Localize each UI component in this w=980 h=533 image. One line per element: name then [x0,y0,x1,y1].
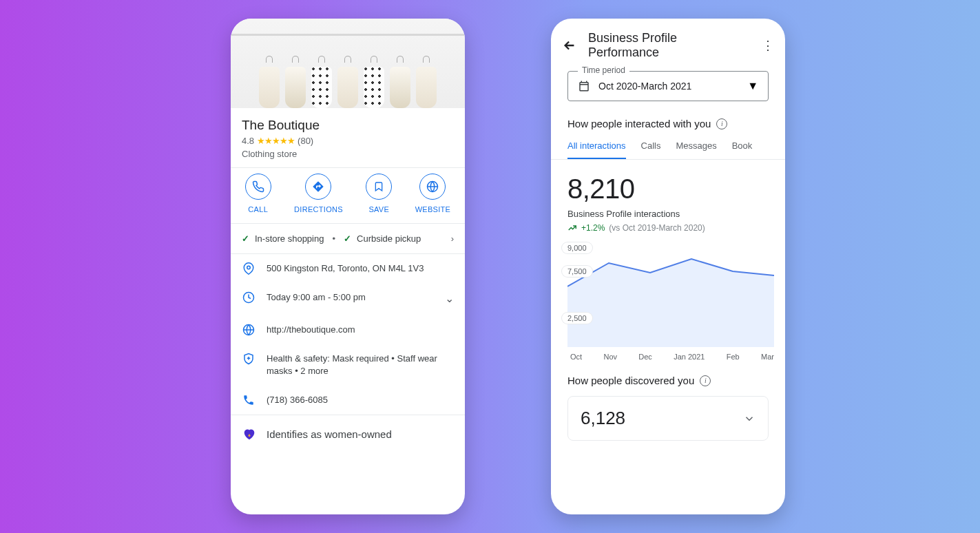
tab-calls[interactable]: Calls [641,140,661,159]
xtick: Feb [727,353,740,361]
chevron-right-icon: › [451,233,454,244]
address-row[interactable]: 500 Kingston Rd, Toronto, ON M4L 1V3 [231,254,465,283]
xtick: Oct [570,353,582,361]
directions-button[interactable]: DIRECTIONS [294,174,343,213]
time-period-select[interactable]: Time period Oct 2020-March 2021 ▼ [567,71,769,101]
tab-all-interactions[interactable]: All interactions [567,140,626,159]
call-label: CALL [248,205,268,213]
chart-svg [567,244,774,347]
website-row[interactable]: http://theboutique.com [231,315,465,344]
separator: • [332,233,335,244]
call-button[interactable]: CALL [245,174,271,213]
metric-label: Business Profile interactions [567,209,769,219]
directions-label: DIRECTIONS [294,205,343,213]
women-owned-text: Identifies as women-owned [267,428,392,440]
time-period-wrap: Time period Oct 2020-March 2021 ▼ [551,68,785,112]
phone-row[interactable]: (718) 366-6085 [231,386,465,415]
ytick-2500: 2,500 [562,313,592,324]
hours-text: Today 9:00 am - 5:00 pm [267,291,434,306]
website-label: WEBSITE [415,205,451,213]
heart-icon [242,426,257,441]
interaction-tabs: All interactions Calls Messages Book [551,140,785,160]
pin-icon [242,262,256,275]
shield-icon [242,353,256,377]
trend-compare: (vs Oct 2019-March 2020) [609,223,705,233]
section-discovered: How people discovered you i [551,366,785,393]
phone-business-listing: The Boutique 4.8 ★★★★★ (80) Clothing sto… [231,19,465,514]
interactions-chart: 9,000 7,500 2,500 [551,237,785,350]
address-text: 500 Kingston Rd, Toronto, ON M4L 1V3 [267,262,454,275]
metric-value: 8,210 [567,174,769,205]
rating-value: 4.8 [242,136,254,146]
section-interacted-label: How people interacted with you [567,118,711,129]
chevron-down-icon: ⌄ [445,291,454,306]
directions-icon [305,174,331,200]
bookmark-icon [366,174,392,200]
globe-icon [242,324,256,336]
business-name: The Boutique [242,118,454,133]
section-interacted: How people interacted with you i [551,112,785,140]
discovered-value: 6,128 [581,408,625,429]
chevron-down-icon [743,412,755,425]
save-label: SAVE [368,205,389,213]
discovered-card[interactable]: 6,128 [567,396,769,441]
time-period-value: Oct 2020-March 2021 [598,81,739,92]
website-button[interactable]: WEBSITE [415,174,451,213]
info-icon[interactable]: i [700,375,711,386]
chart-xaxis: Oct Nov Dec Jan 2021 Feb Mar [551,350,785,366]
clock-icon [242,291,256,306]
time-period-legend: Time period [578,65,629,75]
listing-header: The Boutique 4.8 ★★★★★ (80) Clothing sto… [231,108,465,167]
svg-point-1 [247,266,251,269]
xtick: Jan 2021 [674,353,705,361]
review-count: (80) [298,136,313,146]
ytick-7500: 7,500 [562,266,592,277]
ytick-9000: 9,000 [562,242,592,253]
safety-row[interactable]: Health & safety: Mask required • Staff w… [231,344,465,386]
globe-icon [419,174,446,200]
back-button[interactable] [562,38,577,53]
trend-percent: +1.2% [581,223,605,233]
phone-icon [245,174,271,200]
hero-image [231,19,465,108]
xtick: Dec [638,353,652,361]
features-row[interactable]: ✓ In-store shopping • ✓ Curbside pickup … [231,224,465,254]
phone-icon [242,394,256,406]
metric-block: 8,210 Business Profile interactions +1.2… [551,160,785,237]
trend-up-icon [567,223,577,233]
phone-text: (718) 366-6085 [267,394,454,406]
section-discovered-label: How people discovered you [567,375,694,386]
save-button[interactable]: SAVE [366,174,392,213]
trend-row: +1.2% (vs Oct 2019-March 2020) [567,223,769,233]
dropdown-icon: ▼ [747,80,758,92]
calendar-icon [578,80,590,92]
hours-row[interactable]: Today 9:00 am - 5:00 pm ⌄ [231,283,465,315]
women-owned-row: Identifies as women-owned [231,415,465,452]
website-text: http://theboutique.com [267,324,454,336]
xtick: Nov [603,353,617,361]
check-icon: ✓ [242,233,249,244]
rating-row[interactable]: 4.8 ★★★★★ (80) [242,136,454,146]
category-label: Clothing store [242,149,454,159]
xtick: Mar [761,353,774,361]
feature-curbside: Curbside pickup [357,233,421,244]
check-icon: ✓ [344,233,351,244]
analytics-header: Business Profile Performance ⋮ [551,19,785,68]
more-icon[interactable]: ⋮ [762,38,774,53]
action-bar: CALL DIRECTIONS SAVE WEBSITE [231,167,465,224]
tab-bookings[interactable]: Book [732,140,753,159]
info-icon[interactable]: i [716,118,727,129]
phone-analytics: Business Profile Performance ⋮ Time peri… [551,19,785,514]
page-title: Business Profile Performance [588,31,751,60]
star-icon: ★★★★★ [257,136,295,146]
tab-messages[interactable]: Messages [676,140,716,159]
safety-text: Health & safety: Mask required • Staff w… [267,353,454,377]
feature-instore: In-store shopping [255,233,324,244]
